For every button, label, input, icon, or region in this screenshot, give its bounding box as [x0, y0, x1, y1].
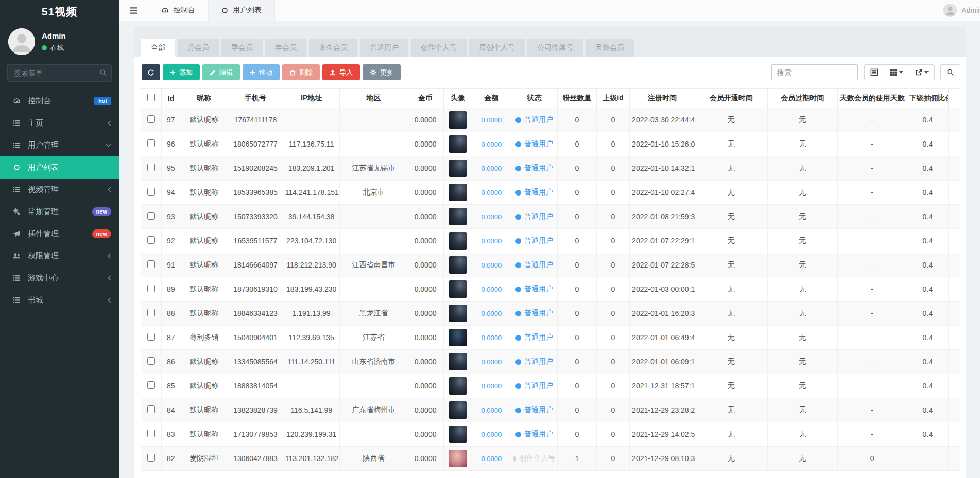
sidebar-item-video-mgmt[interactable]: 视频管理: [0, 179, 119, 201]
user-avatar[interactable]: [449, 377, 467, 395]
columns-dropdown-button[interactable]: [884, 64, 909, 80]
amount-link[interactable]: 0.0000: [482, 116, 502, 124]
sidebar-search: [7, 64, 112, 82]
cell-vip_expire: 无: [767, 108, 837, 132]
status-label: 普通用户: [524, 430, 553, 439]
online-dot: [42, 45, 47, 50]
cell-vip_open: 无: [695, 374, 767, 398]
cell-phone: 15073393320: [228, 205, 283, 229]
row-checkbox[interactable]: [147, 381, 155, 389]
user-avatar[interactable]: [449, 305, 467, 322]
user-avatar[interactable]: [449, 401, 467, 419]
row-checkbox[interactable]: [147, 236, 155, 244]
filter-tab-2[interactable]: 季会员: [221, 39, 263, 57]
user-avatar[interactable]: [449, 329, 467, 346]
user-avatar[interactable]: [449, 353, 467, 370]
refresh-button[interactable]: [142, 64, 160, 80]
cell-fans: 0: [558, 229, 596, 253]
row-checkbox[interactable]: [147, 454, 155, 462]
filter-tab-8[interactable]: 公司传媒号: [527, 39, 583, 57]
row-checkbox[interactable]: [147, 212, 155, 220]
amount-link[interactable]: 0.0000: [482, 455, 502, 463]
more-button[interactable]: 更多: [363, 64, 401, 80]
delete-button[interactable]: 删除: [282, 64, 320, 80]
table-search-input[interactable]: [771, 64, 858, 80]
sidebar-item-label: 书城: [28, 295, 43, 305]
user-avatar[interactable]: [449, 426, 467, 443]
filter-tab-4[interactable]: 永久会员: [309, 39, 357, 57]
search-toggle-button[interactable]: [940, 64, 960, 80]
move-button[interactable]: 移动: [243, 64, 280, 80]
user-avatar[interactable]: [449, 111, 467, 129]
amount-link[interactable]: 0.0000: [482, 286, 502, 293]
row-checkbox[interactable]: [147, 188, 155, 196]
sidebar-item-bookstore[interactable]: 书城: [0, 289, 119, 311]
sidebar-item-plugin-mgmt[interactable]: 插件管理new: [0, 223, 119, 245]
amount-link[interactable]: 0.0000: [482, 140, 502, 148]
edit-button[interactable]: 编辑: [202, 64, 240, 80]
tab-console[interactable]: 控制台: [148, 0, 208, 21]
sidebar-item-user-mgmt[interactable]: 用户管理: [0, 134, 119, 156]
hamburger-menu-icon[interactable]: [119, 0, 148, 21]
cell-vip_open: 无: [695, 447, 767, 471]
cell-vip_open: 无: [695, 205, 767, 229]
cell-id: 91: [162, 253, 180, 277]
row-checkbox[interactable]: [147, 309, 155, 316]
list-view-button[interactable]: [864, 64, 884, 80]
row-checkbox[interactable]: [147, 260, 155, 268]
row-checkbox[interactable]: [147, 164, 155, 171]
sidebar-item-game-center[interactable]: 游戏中心: [0, 267, 119, 289]
amount-link[interactable]: 0.0000: [482, 213, 502, 221]
cell-gold: 0.0000: [407, 181, 443, 205]
user-avatar[interactable]: [449, 184, 467, 201]
select-all-checkbox[interactable]: [147, 94, 155, 101]
sidebar-item-home[interactable]: 主页: [0, 112, 119, 134]
filter-tab-6[interactable]: 创作个人号: [411, 39, 467, 57]
user-avatar[interactable]: [449, 256, 467, 274]
add-button[interactable]: 添加: [163, 64, 200, 80]
sidebar-item-user-list[interactable]: 用户列表: [0, 156, 119, 179]
filter-tab-3[interactable]: 年会员: [265, 39, 306, 57]
amount-link[interactable]: 0.0000: [482, 382, 502, 390]
topbar-user[interactable]: Admin: [943, 0, 980, 21]
filter-tab-0[interactable]: 全部: [141, 39, 175, 57]
user-avatar[interactable]: [449, 280, 467, 298]
cell-vip_expire: 无: [767, 422, 837, 447]
amount-link[interactable]: 0.0000: [482, 431, 502, 438]
amount-link[interactable]: 0.0000: [482, 165, 502, 172]
user-avatar[interactable]: [449, 232, 467, 250]
sidebar-search-input[interactable]: [7, 64, 112, 82]
amount-link[interactable]: 0.0000: [482, 406, 502, 414]
sidebar-item-perm-mgmt[interactable]: 权限管理: [0, 245, 119, 267]
amount-link[interactable]: 0.0000: [482, 261, 502, 269]
cell-vip_expire: 无: [767, 205, 837, 229]
sidebar-item-general-mgmt[interactable]: 常规管理new: [0, 201, 119, 223]
row-checkbox[interactable]: [147, 405, 155, 413]
import-button[interactable]: 导入: [322, 64, 360, 80]
user-avatar[interactable]: [449, 135, 467, 153]
admin-avatar[interactable]: [8, 28, 35, 55]
user-avatar[interactable]: [449, 160, 467, 177]
cell-reg_time: 2022-01-07 22:28:58: [630, 253, 695, 277]
row-checkbox[interactable]: [147, 139, 155, 147]
row-checkbox[interactable]: [147, 333, 155, 341]
user-avatar[interactable]: [449, 450, 467, 467]
tab-user-list[interactable]: 用户列表: [208, 0, 275, 21]
amount-link[interactable]: 0.0000: [482, 358, 502, 366]
export-dropdown-button[interactable]: [909, 64, 935, 80]
filter-tab-7[interactable]: 原创个人号: [469, 39, 525, 57]
row-checkbox[interactable]: [147, 430, 155, 437]
row-checkbox[interactable]: [147, 357, 155, 365]
sidebar-item-console[interactable]: 控制台hot: [0, 90, 119, 112]
amount-link[interactable]: 0.0000: [482, 310, 502, 317]
row-checkbox[interactable]: [147, 285, 155, 292]
user-avatar[interactable]: [449, 208, 467, 225]
row-checkbox[interactable]: [147, 115, 155, 123]
filter-tab-1[interactable]: 月会员: [178, 39, 219, 57]
amount-link[interactable]: 0.0000: [482, 189, 502, 197]
filter-tab-5[interactable]: 普通用户: [360, 39, 408, 57]
amount-link[interactable]: 0.0000: [482, 237, 502, 245]
filter-tab-9[interactable]: 天数会员: [586, 39, 634, 57]
amount-link[interactable]: 0.0000: [482, 334, 502, 342]
cell-avatar: [443, 374, 472, 398]
